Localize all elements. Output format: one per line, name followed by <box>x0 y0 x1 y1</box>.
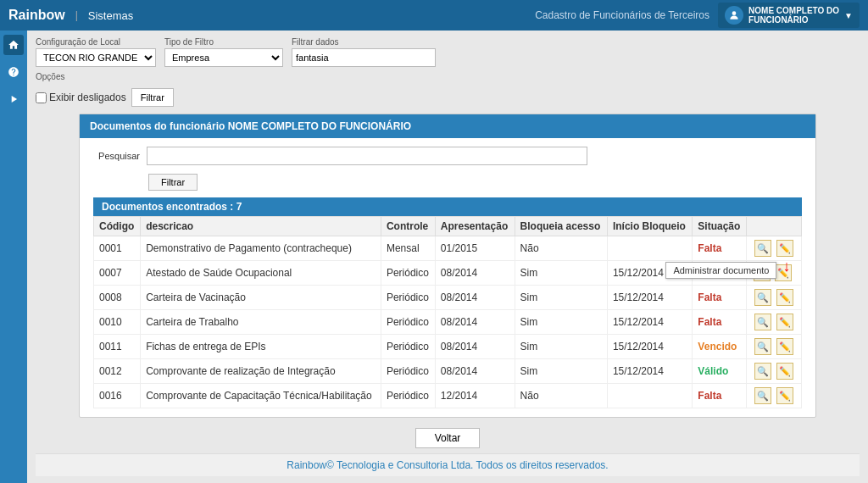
tooltip-box: Administrar documento <box>665 262 776 279</box>
tipo-filtro-select[interactable]: Empresa <box>164 48 283 67</box>
tooltip-container: ✏️ <box>776 240 794 257</box>
cell-actions: 🔍 ✏️ <box>747 236 802 261</box>
view-doc-button[interactable]: 🔍 <box>754 363 771 380</box>
bottom-row: Voltar <box>36 428 860 448</box>
cell-bloqueia: Sim <box>515 359 607 384</box>
topbar-right: Cadastro de Funcionários de Terceiros NO… <box>535 3 860 28</box>
cell-controle: Periódico <box>381 335 435 359</box>
cell-bloqueia: Não <box>515 236 607 261</box>
cell-bloqueia: Sim <box>515 261 607 286</box>
tooltip-container: ✏️ <box>776 314 794 330</box>
view-doc-button[interactable]: 🔍 <box>754 387 771 404</box>
cell-controle: Mensal <box>381 236 435 261</box>
cell-actions: 🔍 ✏️ <box>747 310 802 335</box>
view-doc-button[interactable]: 🔍 <box>754 314 771 330</box>
filters-row: Configuração de Local TECON RIO GRANDE T… <box>36 37 860 67</box>
config-local-group: Configuração de Local TECON RIO GRANDE <box>36 37 156 67</box>
cell-codigo: 0008 <box>94 286 141 310</box>
topbar-user-menu[interactable]: NOME COMPLETO DOFUNCIONÁRIO ▼ <box>718 3 860 28</box>
search-row: Pesquisar <box>93 147 802 165</box>
admin-doc-button[interactable]: ✏️ <box>776 387 793 404</box>
cell-inicio <box>607 384 692 408</box>
sidebar-icon-arrow[interactable] <box>3 89 24 109</box>
cell-inicio: 15/12/2014 <box>607 359 692 384</box>
cell-descricao: Carteira de Vacinação <box>141 286 381 310</box>
cell-inicio: 15/12/2014 <box>607 310 692 335</box>
topbar-cadastro-label: Cadastro de Funcionários de Terceiros <box>535 9 709 21</box>
admin-doc-button[interactable]: ✏️ <box>776 338 793 355</box>
user-avatar-icon <box>725 6 743 25</box>
cell-apresentacao: 08/2014 <box>435 359 515 384</box>
config-local-select[interactable]: TECON RIO GRANDE <box>36 48 156 67</box>
cell-codigo: 0007 <box>94 261 141 286</box>
cell-descricao: Carteira de Trabalho <box>141 310 381 335</box>
filtrar-dados-label: Filtrar dados <box>292 37 436 47</box>
filtrar-button[interactable]: Filtrar <box>131 88 174 107</box>
cell-actions: 🔍 ✏️ <box>747 286 802 310</box>
filtrar-dados-input[interactable] <box>292 48 436 67</box>
cell-descricao: Demonstrativo de Pagamento (contracheque… <box>141 236 381 261</box>
topbar-sistemas: Sistemas <box>88 9 133 22</box>
cell-controle: Periódico <box>381 310 435 335</box>
cell-inicio: 15/12/2014 <box>607 335 692 359</box>
exibir-desligados-label[interactable]: Exibir desligados <box>36 92 126 103</box>
cell-descricao: Atestado de Saúde Ocupacional <box>141 261 381 286</box>
footer-brand: Rainbow <box>287 459 326 471</box>
admin-doc-button[interactable]: ✏️ <box>776 363 793 380</box>
col-inicio-bloqueio: Início Bloqueio <box>607 217 692 236</box>
doc-panel-header: Documentos do funcionário NOME COMPLETO … <box>80 114 815 138</box>
opcoes-row: Opções <box>36 72 860 81</box>
table-row: 0007 Atestado de Saúde Ocupacional Perió… <box>94 261 802 286</box>
col-actions <box>747 217 802 236</box>
view-doc-button[interactable]: 🔍 <box>754 338 771 355</box>
cell-situacao: Falta <box>693 286 747 310</box>
col-descricao: descricao <box>141 217 381 236</box>
cell-apresentacao: 08/2014 <box>435 286 515 310</box>
main-layout: Configuração de Local TECON RIO GRANDE T… <box>0 31 868 483</box>
cell-bloqueia: Sim <box>515 310 607 335</box>
cell-descricao: Comprovante de realização de Integração <box>141 359 381 384</box>
table-row: 0008 Carteira de Vacinação Periódico 08/… <box>94 286 802 310</box>
cell-bloqueia: Não <box>515 384 607 408</box>
col-bloqueia: Bloqueia acesso <box>515 217 607 236</box>
topbar-left: Rainbow | Sistemas <box>8 8 133 23</box>
col-situacao: Situação <box>693 217 747 236</box>
table-row: 0016 Comprovante de Capacitação Técnica/… <box>94 384 802 408</box>
voltar-button[interactable]: Voltar <box>415 428 481 448</box>
table-row: 0010 Carteira de Trabalho Periódico 08/2… <box>94 310 802 335</box>
admin-doc-button[interactable]: ✏️ <box>776 289 793 306</box>
exibir-desligados-checkbox[interactable] <box>36 92 47 103</box>
cell-descricao: Fichas de entrega de EPIs <box>141 335 381 359</box>
sidebar <box>0 31 27 483</box>
topbar-user-name: NOME COMPLETO DOFUNCIONÁRIO <box>748 6 839 25</box>
sidebar-icon-home[interactable] <box>3 35 24 55</box>
cell-apresentacao: 08/2014 <box>435 261 515 286</box>
tooltip-container: ✏️ ↓ Administrar documento <box>774 264 795 281</box>
admin-doc-button[interactable]: ✏️ <box>776 240 793 257</box>
col-controle: Controle <box>381 217 435 236</box>
cell-controle: Periódico <box>381 261 435 286</box>
tooltip-container: ✏️ <box>776 338 794 355</box>
filter-doc-button[interactable]: Filtrar <box>148 174 198 191</box>
config-local-label: Configuração de Local <box>36 37 156 47</box>
view-doc-button[interactable]: 🔍 <box>754 289 771 306</box>
cell-codigo: 0001 <box>94 236 141 261</box>
cell-controle: Periódico <box>381 384 435 408</box>
view-doc-button[interactable]: 🔍 <box>754 240 771 257</box>
main-content: Configuração de Local TECON RIO GRANDE T… <box>27 31 868 483</box>
tooltip-container: ✏️ <box>776 289 794 306</box>
cell-inicio: 15/12/2014 <box>607 286 692 310</box>
cell-controle: Periódico <box>381 359 435 384</box>
cell-codigo: 0016 <box>94 384 141 408</box>
topbar-divider: | <box>75 9 78 21</box>
footer: Rainbow© Tecnologia e Consultoria Ltda. … <box>36 453 860 476</box>
search-input[interactable] <box>147 147 587 165</box>
opcoes-controls-row: Exibir desligados Filtrar <box>36 88 860 107</box>
admin-doc-button[interactable]: ✏️ <box>776 314 793 330</box>
sidebar-icon-help[interactable] <box>3 62 24 82</box>
tipo-filtro-group: Tipo de Filtro Empresa <box>164 37 283 67</box>
table-header-row: Código descricao Controle Apresentação B… <box>94 217 802 236</box>
table-row: 0011 Fichas de entrega de EPIs Periódico… <box>94 335 802 359</box>
cell-actions: 🔍 ✏️ <box>747 359 802 384</box>
cell-codigo: 0012 <box>94 359 141 384</box>
